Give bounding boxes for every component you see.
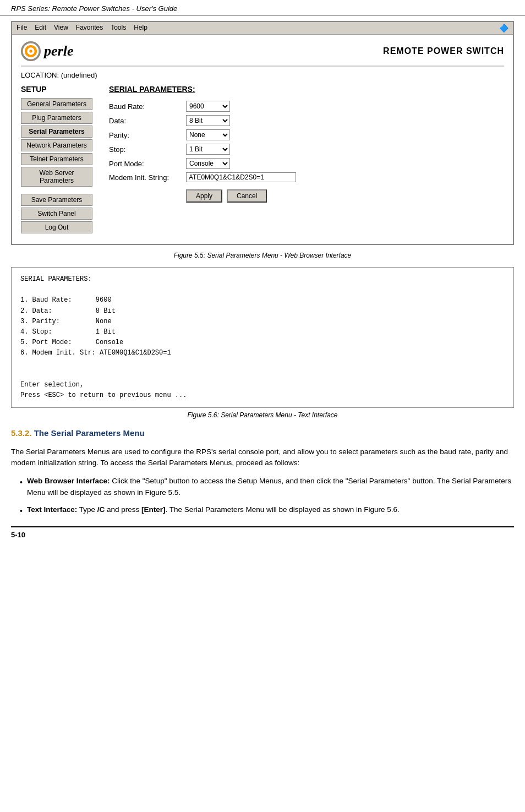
section-heading: 5.3.2. The Serial Parameters Menu bbox=[11, 427, 514, 440]
perle-title: REMOTE POWER SWITCH bbox=[383, 46, 504, 56]
figure56-caption: Figure 5.6: Serial Parameters Menu - Tex… bbox=[11, 411, 514, 419]
param-value-data[interactable]: 7 Bit 8 Bit bbox=[186, 113, 504, 128]
serial-params-title: SERIAL PARAMETERS: bbox=[109, 85, 504, 94]
param-value-portmode[interactable]: Console Modem bbox=[186, 156, 504, 171]
perle-logo: perle bbox=[21, 41, 73, 61]
bullet-bold-web: Web Browser Interface: bbox=[27, 477, 110, 485]
slash-c: /C bbox=[97, 505, 105, 514]
enter-key: [Enter] bbox=[141, 505, 166, 514]
bullet-item-web: • Web Browser Interface: Click the "Setu… bbox=[20, 476, 514, 499]
perle-header: perle REMOTE POWER SWITCH bbox=[21, 41, 504, 67]
button-row: Apply Cancel bbox=[109, 189, 504, 203]
param-value-stop[interactable]: 1 Bit 2 Bit bbox=[186, 142, 504, 156]
section-num: 5.3.2. bbox=[11, 428, 32, 438]
menu-help[interactable]: Help bbox=[134, 24, 147, 32]
baud-rate-select[interactable]: 9600 19200 38400 57600 115200 bbox=[186, 101, 230, 112]
header-title: RPS Series: Remote Power Switches - User… bbox=[11, 4, 177, 13]
portmode-select[interactable]: Console Modem bbox=[186, 158, 230, 169]
perle-logo-icon bbox=[21, 41, 41, 61]
param-value-parity[interactable]: None Odd Even bbox=[186, 128, 504, 142]
data-select[interactable]: 7 Bit 8 Bit bbox=[186, 115, 230, 126]
sidebar-btn-serial[interactable]: Serial Parameters bbox=[21, 126, 92, 138]
param-label-modem: Modem Init. String: bbox=[109, 171, 186, 184]
stop-select[interactable]: 1 Bit 2 Bit bbox=[186, 144, 230, 155]
param-label-data: Data: bbox=[109, 113, 186, 128]
sidebar-btn-plug[interactable]: Plug Parameters bbox=[21, 112, 92, 124]
bullet-list: • Web Browser Interface: Click the "Setu… bbox=[11, 476, 514, 517]
param-value-baud[interactable]: 9600 19200 38400 57600 115200 bbox=[186, 99, 504, 113]
param-label-parity: Parity: bbox=[109, 128, 186, 142]
menu-file[interactable]: File bbox=[17, 24, 27, 32]
section-title-main: The Serial Parameters Menu bbox=[34, 428, 145, 438]
page-footer: 5-10 bbox=[11, 526, 514, 539]
bullet-item-text: • Text Interface: Type /C and press [Ent… bbox=[20, 504, 514, 517]
page-number: 5-10 bbox=[11, 531, 25, 539]
main-layout: SETUP General Parameters Plug Parameters… bbox=[21, 85, 504, 235]
terminal-box: SERIAL PARAMETERS: 1. Baud Rate: 9600 2.… bbox=[11, 267, 514, 408]
menu-tools[interactable]: Tools bbox=[111, 24, 126, 32]
browser-window: File Edit View Favorites Tools Help 🔷 pe… bbox=[11, 21, 514, 245]
bullet-bold-textif: Text Interface: bbox=[27, 505, 77, 514]
param-row-baud: Baud Rate: 9600 19200 38400 57600 115200 bbox=[109, 99, 504, 113]
bullet-text-web: Web Browser Interface: Click the "Setup"… bbox=[27, 476, 514, 499]
page-header: RPS Series: Remote Power Switches - User… bbox=[0, 0, 525, 15]
menu-favorites[interactable]: Favorites bbox=[76, 24, 103, 32]
apply-button[interactable]: Apply bbox=[186, 189, 222, 203]
browser-icon: 🔷 bbox=[499, 24, 508, 32]
param-row-parity: Parity: None Odd Even bbox=[109, 128, 504, 142]
content-area: SERIAL PARAMETERS: Baud Rate: 9600 19200… bbox=[109, 85, 504, 235]
browser-content: perle REMOTE POWER SWITCH LOCATION: (und… bbox=[12, 35, 513, 244]
param-label-portmode: Port Mode: bbox=[109, 156, 186, 171]
param-row-data: Data: 7 Bit 8 Bit bbox=[109, 113, 504, 128]
bullet-text-textif: Text Interface: Type /C and press [Enter… bbox=[27, 504, 400, 516]
browser-menubar: File Edit View Favorites Tools Help 🔷 bbox=[12, 22, 513, 35]
params-table: Baud Rate: 9600 19200 38400 57600 115200 bbox=[109, 99, 504, 184]
location-value: (undefined) bbox=[61, 71, 97, 79]
figure55-caption: Figure 5.5: Serial Parameters Menu - Web… bbox=[11, 252, 514, 259]
sidebar-btn-switch[interactable]: Switch Panel bbox=[21, 208, 92, 220]
cancel-button[interactable]: Cancel bbox=[227, 189, 267, 203]
modem-init-input[interactable] bbox=[186, 172, 296, 182]
sidebar-btn-logout[interactable]: Log Out bbox=[21, 221, 92, 233]
param-row-stop: Stop: 1 Bit 2 Bit bbox=[109, 142, 504, 156]
body-text: The Serial Parameters Menus are used to … bbox=[11, 446, 514, 470]
sidebar-section-title: SETUP bbox=[21, 85, 98, 94]
location-label: LOCATION: bbox=[21, 71, 59, 79]
param-value-modem[interactable] bbox=[186, 171, 504, 184]
terminal-content: SERIAL PARAMETERS: 1. Baud Rate: 9600 2.… bbox=[20, 275, 187, 399]
sidebar-btn-save[interactable]: Save Parameters bbox=[21, 194, 92, 206]
location-line: LOCATION: (undefined) bbox=[21, 71, 504, 79]
bullet-dot-1: • bbox=[20, 477, 23, 489]
sidebar: SETUP General Parameters Plug Parameters… bbox=[21, 85, 98, 235]
perle-logo-text: perle bbox=[44, 43, 73, 59]
param-label-stop: Stop: bbox=[109, 142, 186, 156]
param-label-baud: Baud Rate: bbox=[109, 99, 186, 113]
parity-select[interactable]: None Odd Even bbox=[186, 129, 230, 140]
menu-view[interactable]: View bbox=[54, 24, 68, 32]
menu-edit[interactable]: Edit bbox=[35, 24, 46, 32]
text-section: 5.3.2. The Serial Parameters Menu The Se… bbox=[11, 427, 514, 517]
sidebar-btn-telnet[interactable]: Telnet Parameters bbox=[21, 153, 92, 165]
svg-point-2 bbox=[29, 50, 32, 52]
sidebar-btn-general[interactable]: General Parameters bbox=[21, 98, 92, 110]
sidebar-btn-network[interactable]: Network Parameters bbox=[21, 139, 92, 151]
param-row-portmode: Port Mode: Console Modem bbox=[109, 156, 504, 171]
bullet-dot-2: • bbox=[20, 505, 23, 517]
param-row-modem: Modem Init. String: bbox=[109, 171, 504, 184]
sidebar-btn-webserver[interactable]: Web Server Parameters bbox=[21, 167, 92, 187]
